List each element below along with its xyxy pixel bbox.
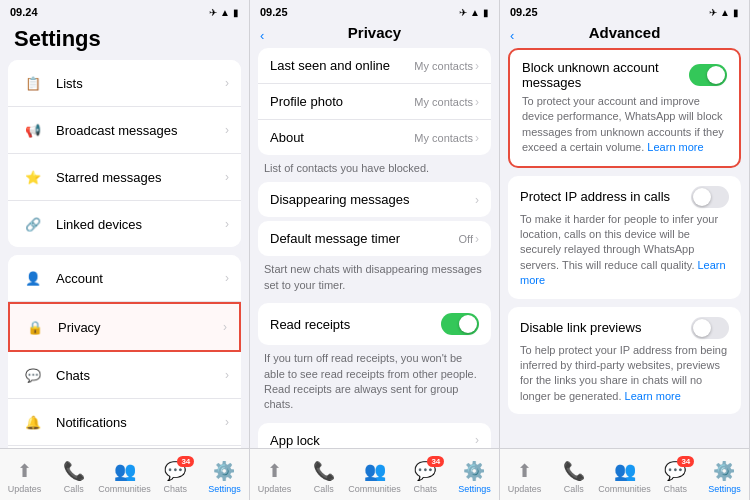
linked-label: Linked devices — [56, 217, 225, 232]
privacy-item-timer[interactable]: Default message timer Off › — [258, 221, 491, 256]
disable-link-link[interactable]: Learn more — [625, 390, 681, 402]
protect-ip-knob — [693, 188, 711, 206]
block-unknown-item: Block unknown account messages To protec… — [510, 50, 739, 166]
privacy-content: Last seen and online My contacts › Profi… — [250, 48, 499, 448]
privacy-item-photo[interactable]: Profile photo My contacts › — [258, 84, 491, 120]
settings-tab-label-2: Settings — [458, 484, 491, 494]
blocked-text: List of contacts you have blocked. — [250, 157, 499, 182]
tab-settings-1[interactable]: ⚙️ Settings — [200, 456, 249, 494]
protect-ip-block: Protect IP address in calls To make it h… — [508, 176, 741, 299]
read-receipts-toggle[interactable] — [441, 313, 479, 335]
settings-item-lists[interactable]: 📋 Lists › — [8, 60, 241, 107]
settings-item-account[interactable]: 👤 Account › — [8, 255, 241, 302]
updates-tab-label-2: Updates — [258, 484, 292, 494]
updates-tab-label: Updates — [8, 484, 42, 494]
settings-panel: 09.24 ✈ ▲ ▮ Settings 📋 Lists › 📢 Broadca… — [0, 0, 250, 500]
chats-label: Chats — [56, 368, 225, 383]
toggle-knob — [459, 315, 477, 333]
linked-icon: 🔗 — [20, 211, 46, 237]
privacy-item-disappearing[interactable]: Disappearing messages › — [258, 182, 491, 217]
back-button-advanced[interactable]: ‹ — [510, 28, 514, 43]
calls-tab-label: Calls — [64, 484, 84, 494]
app-lock-block: App lock › — [258, 423, 491, 448]
photo-value: My contacts — [414, 96, 473, 108]
disable-link-toggle[interactable] — [691, 317, 729, 339]
privacy-item-applock[interactable]: App lock › — [258, 423, 491, 448]
calls-tab-icon: 📞 — [63, 460, 85, 482]
status-time-1: 09.24 — [10, 6, 38, 18]
privacy-chevron: › — [223, 320, 227, 334]
block-unknown-link[interactable]: Learn more — [647, 141, 703, 153]
privacy-header: ‹ Privacy — [250, 22, 499, 48]
tab-calls-2[interactable]: 📞 Calls — [299, 456, 348, 494]
tab-updates-1[interactable]: ⬆ Updates — [0, 456, 49, 494]
chats-badge: 34 — [177, 456, 194, 467]
lists-chevron: › — [225, 76, 229, 90]
settings-item-privacy[interactable]: 🔒 Privacy › — [8, 302, 241, 352]
calls-tab-icon-3: 📞 — [563, 460, 585, 482]
tab-chats-1[interactable]: 💬34 Chats — [151, 456, 200, 494]
privacy-who-block: Last seen and online My contacts › Profi… — [258, 48, 491, 155]
updates-tab-icon: ⬆ — [17, 460, 32, 482]
tab-settings-2[interactable]: ⚙️ Settings — [450, 456, 499, 494]
settings-item-linked[interactable]: 🔗 Linked devices › — [8, 201, 241, 247]
airplane-icon: ✈ — [209, 7, 217, 18]
tab-communities-1[interactable]: 👥 Communities — [98, 456, 151, 494]
status-time-3: 09.25 — [510, 6, 538, 18]
about-value: My contacts — [414, 132, 473, 144]
chats-icon: 💬 — [20, 362, 46, 388]
status-bar-3: 09.25 ✈ ▲ ▮ — [500, 0, 749, 22]
chats-chevron: › — [225, 368, 229, 382]
status-icons-1: ✈ ▲ ▮ — [209, 7, 239, 18]
photo-chevron: › — [475, 95, 479, 109]
airplane-icon-3: ✈ — [709, 7, 717, 18]
tab-settings-3[interactable]: ⚙️ Settings — [700, 456, 749, 494]
calls-tab-label-3: Calls — [564, 484, 584, 494]
chats-tab-label: Chats — [164, 484, 188, 494]
block-unknown-knob — [707, 66, 725, 84]
tab-communities-2[interactable]: 👥 Communities — [348, 456, 401, 494]
protect-ip-toggle[interactable] — [691, 186, 729, 208]
settings-tab-label-3: Settings — [708, 484, 741, 494]
disable-link-item: Disable link previews To help protect yo… — [508, 307, 741, 415]
lastseen-value: My contacts — [414, 60, 473, 72]
tab-chats-3[interactable]: 💬34 Chats — [651, 456, 700, 494]
tab-chats-2[interactable]: 💬34 Chats — [401, 456, 450, 494]
settings-item-chats[interactable]: 💬 Chats › — [8, 352, 241, 399]
privacy-item-about[interactable]: About My contacts › — [258, 120, 491, 155]
privacy-item-lastseen[interactable]: Last seen and online My contacts › — [258, 48, 491, 84]
updates-tab-icon-3: ⬆ — [517, 460, 532, 482]
settings-tab-icon: ⚙️ — [213, 460, 235, 482]
status-bar-2: 09.25 ✈ ▲ ▮ — [250, 0, 499, 22]
lastseen-chevron: › — [475, 59, 479, 73]
back-button-privacy[interactable]: ‹ — [260, 28, 264, 43]
disappearing-block: Disappearing messages › — [258, 182, 491, 217]
tab-updates-2[interactable]: ⬆ Updates — [250, 456, 299, 494]
disable-link-block: Disable link previews To help protect yo… — [508, 307, 741, 415]
settings-item-broadcast[interactable]: 📢 Broadcast messages › — [8, 107, 241, 154]
chats-tab-icon: 💬34 — [164, 460, 186, 482]
settings-tab-icon-3: ⚙️ — [713, 460, 735, 482]
block-unknown-desc: To protect your account and improve devi… — [522, 94, 727, 156]
updates-tab-icon-2: ⬆ — [267, 460, 282, 482]
privacy-label: Privacy — [58, 320, 223, 335]
applock-chevron: › — [475, 433, 479, 447]
notifications-label: Notifications — [56, 415, 225, 430]
airplane-icon-2: ✈ — [459, 7, 467, 18]
tab-updates-3[interactable]: ⬆ Updates — [500, 456, 549, 494]
settings-content: 📋 Lists › 📢 Broadcast messages › ⭐ Starr… — [0, 60, 249, 448]
tab-communities-3[interactable]: 👥 Communities — [598, 456, 651, 494]
lists-icon: 📋 — [20, 70, 46, 96]
tab-bar-2: ⬆ Updates 📞 Calls 👥 Communities 💬34 Chat… — [250, 448, 499, 500]
tab-calls-3[interactable]: 📞 Calls — [549, 456, 598, 494]
block-unknown-toggle[interactable] — [689, 64, 727, 86]
settings-item-starred[interactable]: ⭐ Starred messages › — [8, 154, 241, 201]
disappearing-label: Disappearing messages — [270, 192, 409, 207]
settings-item-notifications[interactable]: 🔔 Notifications › — [8, 399, 241, 446]
calls-tab-icon-2: 📞 — [313, 460, 335, 482]
tab-calls-1[interactable]: 📞 Calls — [49, 456, 98, 494]
settings-item-storage[interactable]: 💾 Storage and data › — [8, 446, 241, 448]
communities-tab-label-3: Communities — [598, 484, 651, 494]
notifications-icon: 🔔 — [20, 409, 46, 435]
communities-tab-label: Communities — [98, 484, 151, 494]
